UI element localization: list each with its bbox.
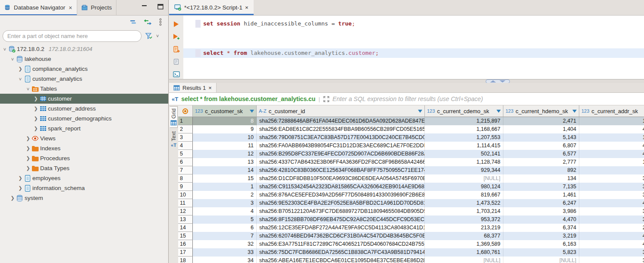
tree-item-customer[interactable]: ❯customer: [0, 94, 168, 104]
column-header-c_customer_id[interactable]: A-Zc_customer_id: [257, 105, 425, 117]
chevron-right-icon[interactable]: ❯: [33, 116, 39, 121]
cell-c_current_cdemo_sk[interactable]: 502,141: [425, 150, 503, 158]
cell-c_current_cdemo_sk[interactable]: 1,680,761: [425, 248, 503, 257]
splitter-down-icon[interactable]: [499, 80, 506, 82]
row-number[interactable]: 4: [178, 142, 193, 150]
table-row[interactable]: 29sha256:EAD8E61C8C22E555834FBBA9B60556C…: [178, 125, 644, 133]
tree-item-procedures[interactable]: ❯Procedures: [0, 153, 168, 163]
cell-c_current_hdemo_sk[interactable]: 2,471: [503, 117, 579, 125]
cell-c_current_cdemo_sk[interactable]: 1,215,897: [425, 117, 503, 125]
filter-settings-icon[interactable]: [145, 32, 153, 39]
splitter-up-icon[interactable]: [490, 80, 496, 82]
tree-item-system[interactable]: ❯system: [0, 193, 168, 203]
cell-c_customer_id[interactable]: sha256:12CE35EFDABF272A4A47E9FA9CC5D4113…: [257, 224, 425, 232]
cell-c_current_cdemo_sk[interactable]: 1,703,214: [425, 207, 503, 215]
cell-c_current_cdemo_sk[interactable]: 819,667: [425, 191, 503, 199]
row-number[interactable]: 10: [178, 191, 193, 199]
chevron-right-icon[interactable]: ❯: [17, 66, 23, 72]
cell-c_customer_id[interactable]: sha256:E3A77511F81C7289C76C4065217D5D406…: [257, 240, 425, 248]
cell-c_customer_id[interactable]: sha256:876ACE5EFED349A2D56F77D5084891433…: [257, 191, 425, 199]
row-number[interactable]: 2: [178, 125, 193, 133]
tree-item-customer-address[interactable]: ❯customer_address: [0, 104, 168, 114]
table-row[interactable]: 512sha256:B295D8FC337E9E4FECD0725D907ACD…: [178, 150, 644, 158]
cell-c_customer_sk[interactable]: 10: [193, 133, 257, 142]
cell-c_current_addr_sk[interactable]: 48,57: [579, 199, 644, 207]
chevron-right-icon[interactable]: ❯: [33, 106, 39, 111]
tree-item-customer-demographics[interactable]: ❯customer_demographics: [0, 114, 168, 124]
chevron-right-icon[interactable]: ❯: [9, 195, 16, 201]
tree-item-tables[interactable]: ˅Tables: [0, 84, 168, 94]
table-row[interactable]: 714sha256:42810C83B0360CE125634F068BAF8F…: [178, 166, 644, 174]
cell-c_current_hdemo_sk[interactable]: 134: [503, 174, 579, 183]
cell-c_customer_id[interactable]: sha256:620746BED947362BCD6CF31B0A4C547DD…: [257, 232, 425, 240]
explain-plan-icon[interactable]: [172, 57, 181, 66]
column-header-c_current_hdemo_sk[interactable]: 123c_current_hdemo_sk: [503, 105, 579, 117]
results-filter-placeholder[interactable]: Enter a SQL expression to filter results…: [333, 95, 483, 102]
cell-c_current_cdemo_sk[interactable]: 68,377: [425, 232, 503, 240]
row-number[interactable]: 15: [178, 232, 193, 240]
tree-item-information-schema[interactable]: ❯information_schema: [0, 183, 168, 193]
cell-c_customer_id[interactable]: sha256:4337C7AB6432E3B06FF4A3636FD2F8CC8…: [257, 158, 425, 166]
table-row[interactable]: 613sha256:4337C7AB6432E3B06FF4A3636FD2F8…: [178, 158, 644, 166]
cell-c_customer_id[interactable]: sha256:B705122120A673FC7DE6889727DB11809…: [257, 207, 425, 215]
presentation-tab-text[interactable]: Text «T: [170, 130, 177, 149]
cell-c_current_hdemo_sk[interactable]: 892: [503, 166, 579, 174]
view-menu-icon[interactable]: [159, 18, 162, 26]
row-number[interactable]: 14: [178, 224, 193, 232]
cell-c_customer_sk[interactable]: 7: [193, 232, 257, 240]
chevron-right-icon[interactable]: ❯: [33, 96, 39, 101]
table-row[interactable]: 815sha256:D1CDF8DBB10F500EA9693C86DE6DEA…: [178, 174, 644, 183]
cell-c_current_addr_sk[interactable]: 32,43: [579, 248, 644, 257]
chevron-right-icon[interactable]: ❯: [25, 146, 31, 151]
tab-sql-script[interactable]: *<172.18.0.2> Script-1 ×: [169, 0, 254, 15]
cell-c_customer_sk[interactable]: 3: [193, 199, 257, 207]
row-number[interactable]: 18: [178, 257, 193, 263]
cell-c_current_addr_sk[interactable]: 48,29: [579, 240, 644, 248]
cell-c_customer_id[interactable]: sha256:72888646ABF61FA044EDEC061D6DA5A09…: [257, 117, 425, 125]
close-icon[interactable]: ×: [245, 4, 248, 11]
cell-c_current_addr_sk[interactable]: 32,94: [579, 183, 644, 191]
cell-c_customer_id[interactable]: sha256:9E52303CE4FBA2E2F0525E8A5BFBD2C1A…: [257, 199, 425, 207]
cell-c_current_addr_sk[interactable]: 44,81: [579, 232, 644, 240]
table-row[interactable]: 1733sha256:75DC7FCB6686EDA72565C1B838CA7…: [178, 248, 644, 257]
execute-statement-icon[interactable]: [172, 20, 181, 29]
cell-c_current_hdemo_sk[interactable]: 1,461: [503, 191, 579, 199]
cell-c_current_cdemo_sk[interactable]: 929,344: [425, 166, 503, 174]
cell-c_current_addr_sk[interactable]: 49,38: [579, 125, 644, 133]
tree-item-data-types[interactable]: ❯Data Types: [0, 163, 168, 173]
cell-c_current_cdemo_sk[interactable]: [NULL]: [425, 174, 503, 183]
cell-c_current_hdemo_sk[interactable]: 1,404: [503, 125, 579, 133]
table-row[interactable]: 146sha256:12CE35EFDABF272A4A47E9FA9CC5D4…: [178, 224, 644, 232]
minimize-panel-icon[interactable]: [141, 3, 148, 10]
cell-c_current_hdemo_sk[interactable]: 6,807: [503, 142, 579, 150]
cell-c_current_hdemo_sk[interactable]: 6,374: [503, 224, 579, 232]
chevron-right-icon[interactable]: ❯: [25, 136, 31, 141]
cell-c_current_addr_sk[interactable]: 36,36: [579, 215, 644, 224]
chevron-right-icon[interactable]: ❯: [25, 155, 31, 161]
row-number[interactable]: 8: [178, 174, 193, 183]
cell-c_current_addr_sk[interactable]: 39,55: [579, 207, 644, 215]
row-number[interactable]: 17: [178, 248, 193, 257]
chevron-down-icon[interactable]: ˅: [17, 76, 23, 82]
cell-c_current_hdemo_sk[interactable]: 3,986: [503, 207, 579, 215]
cell-c_current_addr_sk[interactable]: 6,44: [579, 166, 644, 174]
cell-c_customer_sk[interactable]: 2: [193, 191, 257, 199]
row-number[interactable]: 9: [178, 183, 193, 191]
cell-c_current_cdemo_sk[interactable]: 980,124: [425, 183, 503, 191]
table-row[interactable]: 157sha256:620746BED947362BCD6CF31B0A4C54…: [178, 232, 644, 240]
tree-item-compliance-analytics[interactable]: ❯compliance_analytics: [0, 64, 168, 74]
cell-c_current_addr_sk[interactable]: 16,59: [579, 117, 644, 125]
cell-c_customer_id[interactable]: sha256:79D08751C3EA7C83BA57D177E00413D0C…: [257, 133, 425, 142]
collapse-all-icon[interactable]: [129, 19, 137, 25]
presentation-tab-grid[interactable]: Grid: [170, 106, 178, 128]
sql-line-2[interactable]: [183, 34, 644, 43]
cell-c_customer_sk[interactable]: 15: [193, 174, 257, 183]
cell-c_current_hdemo_sk[interactable]: 6,163: [503, 240, 579, 248]
cell-c_customer_sk[interactable]: 11: [193, 142, 257, 150]
cell-c_current_hdemo_sk[interactable]: 3,219: [503, 232, 579, 240]
cell-c_current_cdemo_sk[interactable]: 1,207,553: [425, 133, 503, 142]
tab-projects[interactable]: Projects: [77, 0, 117, 15]
tree-item-spark-report[interactable]: ❯spark_report: [0, 124, 168, 133]
select-all-icon[interactable]: [182, 108, 188, 114]
table-row[interactable]: 91sha256:C9115342454A2323DA815865CAA3260…: [178, 183, 644, 191]
